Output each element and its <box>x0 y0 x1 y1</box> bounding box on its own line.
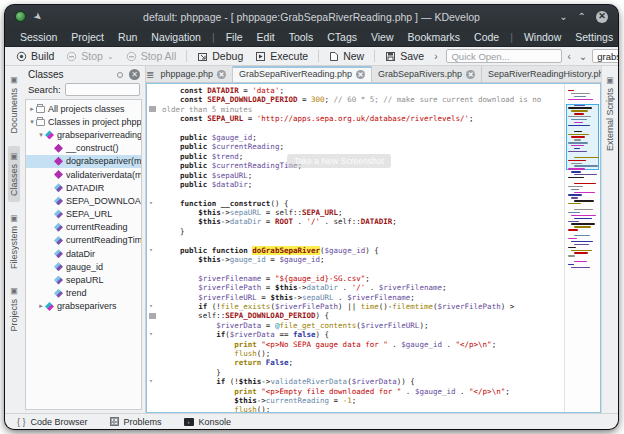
menu-code[interactable]: Code <box>467 31 506 43</box>
build-button[interactable]: Build <box>11 49 59 63</box>
minimap-scrollbar[interactable] <box>564 84 600 412</box>
tree-item-sepaurl[interactable]: sepaURL <box>26 273 141 286</box>
minimap-code-line <box>571 241 593 242</box>
tree-item-datadir[interactable]: dataDir <box>26 247 141 260</box>
dock-tab-external-scripts[interactable]: External Scripts▣ <box>604 70 616 157</box>
menu-ctags[interactable]: CTags <box>320 31 364 43</box>
tree-item-label: All projects classes <box>48 104 125 114</box>
code-line: const SEPA_URL = 'http://apps.sepa.org.u… <box>147 114 564 123</box>
konsole-icon: › <box>184 418 194 426</box>
code-editor[interactable]: const DATADIR = 'data'; const SEPA_DOWNL… <box>147 84 564 412</box>
nav-back-button[interactable]: ‹ <box>564 51 573 62</box>
minimap-code-line <box>568 264 574 265</box>
stop-all-button[interactable]: Stop All <box>121 49 182 63</box>
code-line: const SEPA_DOWNLOAD_PERIOD = 300; // 60 … <box>147 95 564 104</box>
editor-tab-separiverreadinghistory.php[interactable]: SepaRiverReadingHistory.php✕ <box>482 66 618 82</box>
tree-item--construct-[interactable]: __construct() <box>26 142 141 155</box>
titlebar[interactable]: ➤ default: phppage - [ phppage:GrabSepaR… <box>5 5 618 28</box>
minimap-code-line <box>568 221 579 222</box>
dock-tab-filesystem[interactable]: Filesystem▣ <box>8 208 20 275</box>
wrap-marker <box>149 106 156 112</box>
editor-tab-phppage.php[interactable]: phppage.php✕ <box>154 66 233 82</box>
dock-tab-documents[interactable]: Documents▣ <box>8 70 20 140</box>
document-list-icon[interactable]: ≣ <box>146 66 154 82</box>
code-line: ▾ if (!$this->validateRiverData($riverDa… <box>147 377 564 386</box>
tree-item-currentreading[interactable]: currentReading <box>26 221 141 234</box>
tree-item-trend[interactable]: trend <box>26 287 141 300</box>
fold-marker-icon[interactable]: ▾ <box>149 246 153 255</box>
close-panel-icon[interactable]: ✕ <box>129 69 140 80</box>
code-line: older than 5 minutes <box>147 105 564 114</box>
debug-button[interactable]: Debug <box>192 49 248 63</box>
execute-button[interactable]: Execute <box>250 49 313 63</box>
pin-icon[interactable]: ➤ <box>31 10 44 24</box>
close-button[interactable]: ✕ <box>596 11 608 23</box>
editor-tab-grabsepariverreading.php[interactable]: GrabSepaRiverReading.php✕ <box>233 66 372 82</box>
toolbar-overflow-chevron[interactable]: › <box>431 51 440 62</box>
new-button[interactable]: New <box>324 49 369 63</box>
fold-marker-icon[interactable]: ▾ <box>149 377 153 386</box>
tree-item-grabseparivers[interactable]: ▸grabseparivers <box>26 300 141 313</box>
expander-icon[interactable]: ▾ <box>37 131 45 139</box>
tree-item-currentreadingtime[interactable]: currentReadingTime <box>26 234 141 247</box>
tree-item-validateriverdata-mixed-[interactable]: validateriverdata(mixed) <box>26 168 141 181</box>
minimap-code-line <box>568 203 581 204</box>
stop-button[interactable]: Stop⌄ <box>61 49 118 63</box>
menu-bookmarks[interactable]: Bookmarks <box>401 31 468 43</box>
dropdown-arrow-icon[interactable]: ⌄ <box>107 52 114 61</box>
tree-item-grabsepariverreading[interactable]: ▾grabsepariverreading <box>26 128 141 141</box>
code-line <box>147 236 564 245</box>
expander-icon[interactable]: ▸ <box>37 302 45 310</box>
tree-item-all-projects-classes[interactable]: ▸All projects classes <box>26 102 141 115</box>
menu-project[interactable]: Project <box>64 31 111 43</box>
dock-tab-classes[interactable]: Classes▣ <box>8 146 20 202</box>
float-panel-icon[interactable] <box>117 72 123 78</box>
maximize-button[interactable]: ⌃ <box>578 11 586 22</box>
tab-close-icon[interactable]: ✕ <box>356 70 365 79</box>
tree-item-datadir[interactable]: DATADIR <box>26 181 141 194</box>
field-icon <box>54 196 63 205</box>
menu-session[interactable]: Session <box>13 31 64 43</box>
tree-item-gauge-id[interactable]: gauge_id <box>26 260 141 273</box>
minimize-button[interactable]: ⌄ <box>559 11 567 22</box>
nav-back-dropdown[interactable]: ⌄ <box>576 51 590 62</box>
classes-search-input[interactable] <box>65 83 140 96</box>
fold-marker-icon[interactable]: ▾ <box>149 302 153 311</box>
menu-navigation[interactable]: Navigation <box>144 31 208 43</box>
expander-icon[interactable]: ▾ <box>28 118 36 126</box>
statusbar-label: Problems <box>124 417 162 427</box>
tab-close-icon[interactable]: ✕ <box>217 70 226 79</box>
menu-tools[interactable]: Tools <box>282 31 321 43</box>
external-scripts-icon: ▣ <box>606 76 615 85</box>
editor-tab-grabseparivers.php[interactable]: GrabSepaRivers.php✕ <box>372 66 482 82</box>
fold-marker-icon[interactable]: ▾ <box>149 330 153 339</box>
statusbar-label: Konsole <box>199 417 232 427</box>
menu-edit[interactable]: Edit <box>250 31 282 43</box>
dock-tab-projects[interactable]: Projects▣ <box>8 281 20 338</box>
tree-item-dograbsepariver-mixed-[interactable]: dograbsepariver(mixed) <box>26 155 141 168</box>
field-icon <box>54 223 63 232</box>
code-line: $this->dataDir = ROOT . '/' . self::DATA… <box>147 217 564 226</box>
statusbar-problems[interactable]: Problems <box>110 417 162 427</box>
tab-close-icon[interactable]: ✕ <box>466 70 475 79</box>
menu-settings[interactable]: Settings <box>568 31 618 43</box>
save-button[interactable]: Save <box>380 49 429 63</box>
menu-window[interactable]: Window <box>517 31 568 43</box>
fold-marker-icon[interactable]: ▾ <box>149 199 153 208</box>
menu-file[interactable]: File <box>219 31 250 43</box>
minimap-code-line <box>568 125 590 126</box>
tree-item-sepa-url[interactable]: SEPA_URL <box>26 208 141 221</box>
menu-view[interactable]: View <box>364 31 401 43</box>
statusbar-code-browser[interactable]: { }Code Browser <box>17 417 88 427</box>
quick-open-input[interactable] <box>446 49 562 63</box>
minimap-code-line <box>571 250 592 251</box>
tree-item-label: gauge_id <box>66 262 103 272</box>
search-input[interactable] <box>592 49 618 63</box>
statusbar-konsole[interactable]: ›Konsole <box>184 417 232 427</box>
menu-run[interactable]: Run <box>111 31 144 43</box>
tree-item-classes-in-project-phppage[interactable]: ▾Classes in project phppage <box>26 115 141 128</box>
minimap-code-line <box>568 229 578 230</box>
expander-icon[interactable]: ▸ <box>28 105 36 113</box>
tree-item-sepa-download-period[interactable]: SEPA_DOWNLOAD_PERIOD <box>26 194 141 207</box>
code-browser-icon: { } <box>17 417 26 427</box>
